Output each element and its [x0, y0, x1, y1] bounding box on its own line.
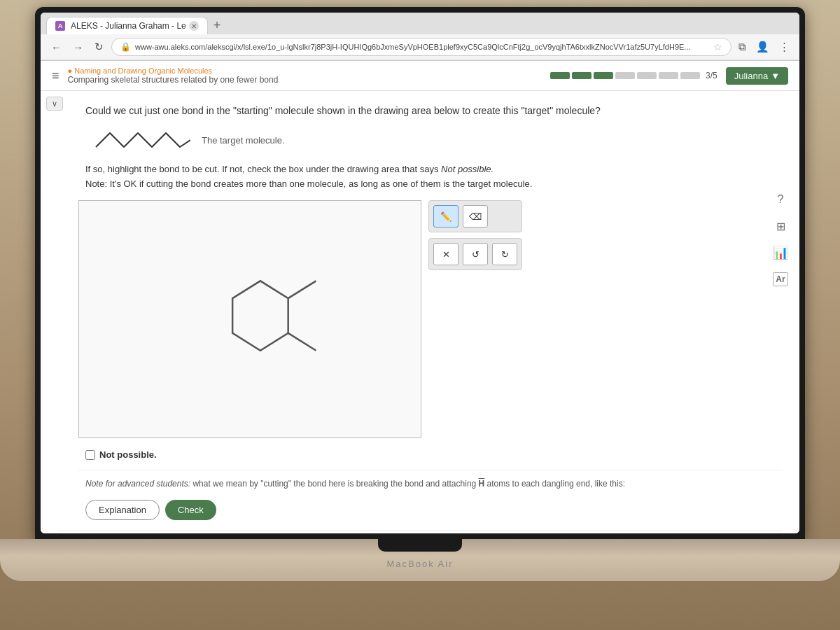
bottom-buttons: Explanation Check	[78, 500, 783, 520]
advanced-note-text: what we mean by "cutting" the bond here …	[192, 479, 625, 489]
progress-seg-4	[615, 72, 635, 79]
instruction-main: If so, highlight the bond to be cut. If …	[85, 164, 438, 174]
explanation-button[interactable]: Explanation	[85, 500, 160, 520]
tab-bar: A ALEKS - Julianna Graham - Le ✕ +	[41, 13, 799, 34]
profile-button[interactable]: 👤	[753, 39, 772, 55]
macbook-notch	[378, 539, 462, 552]
target-molecule-svg	[92, 126, 190, 154]
browser-chrome: A ALEKS - Julianna Graham - Le ✕ + ← → ↻…	[41, 13, 799, 61]
svg-marker-0	[232, 281, 288, 350]
progress-segments	[550, 72, 700, 79]
drawing-section: ✏️ ⌫ ✕	[78, 200, 783, 438]
hamburger-icon[interactable]: ≡	[52, 69, 59, 83]
header-subtitle: Comparing skeletal structures related by…	[68, 75, 542, 85]
extensions-button[interactable]: ⧉	[736, 39, 749, 55]
nav-bar: ← → ↻ 🔒 www-awu.aleks.com/alekscgi/x/lsl…	[41, 34, 799, 60]
new-tab-button[interactable]: +	[211, 18, 224, 33]
browser-actions: ⧉ 👤 ⋮	[736, 39, 792, 55]
drawing-tools: ✏️ ⌫ ✕	[428, 200, 522, 438]
macbook-label: MacBook Air	[387, 559, 454, 569]
url-text: www-awu.aleks.com/alekscgi/x/lsl.exe/1o_…	[135, 43, 709, 51]
undo-button[interactable]: ↺	[463, 243, 488, 265]
user-chevron-icon: ▼	[771, 71, 780, 81]
app-header: ≡ ● Naming and Drawing Organic Molecules…	[41, 61, 799, 91]
action-row: ✕ ↺ ↻	[428, 238, 522, 270]
molecule-canvas-svg	[79, 201, 421, 438]
ar-button[interactable]: Ar	[770, 269, 791, 290]
right-sidebar: ? ⊞ 📊 Ar	[770, 189, 791, 290]
instruction-text: If so, highlight the bond to be cut. If …	[78, 164, 783, 174]
target-molecule-label: The target molecule.	[202, 135, 285, 146]
header-info: ● Naming and Drawing Organic Molecules C…	[68, 66, 542, 85]
forward-button[interactable]: →	[69, 40, 87, 55]
user-menu-button[interactable]: Julianna ▼	[726, 67, 788, 85]
pencil-icon: ✏️	[440, 211, 451, 222]
not-possible-checkbox[interactable]	[85, 450, 95, 460]
progress-seg-7	[680, 72, 700, 79]
grid-button[interactable]: ⊞	[770, 216, 791, 237]
h-atom-label: H	[479, 479, 485, 489]
progress-label: 3/5	[706, 71, 718, 80]
reload-button[interactable]: ↻	[91, 39, 107, 55]
chart-icon: 📊	[773, 245, 788, 260]
active-tab[interactable]: A ALEKS - Julianna Graham - Le ✕	[46, 17, 208, 34]
tab-close-button[interactable]: ✕	[189, 21, 199, 31]
progress-seg-5	[637, 72, 657, 79]
eraser-tool-button[interactable]: ⌫	[463, 205, 488, 227]
svg-line-1	[288, 281, 316, 298]
redo-icon: ↻	[501, 249, 509, 260]
chart-button[interactable]: 📊	[770, 242, 791, 263]
app-content: ≡ ● Naming and Drawing Organic Molecules…	[41, 61, 799, 533]
macbook-base: MacBook Air	[0, 539, 840, 581]
tab-title: ALEKS - Julianna Graham - Le	[71, 21, 186, 31]
bookmark-icon[interactable]: ☆	[713, 41, 722, 52]
checkbox-area: Not possible.	[78, 449, 783, 460]
footer: © 2024 McGraw Hill LLC. All Rights Reser…	[57, 530, 783, 533]
main-content: ∨ Could we cut just one bond in the "sta…	[41, 91, 799, 533]
instruction-italic: Not possible.	[441, 164, 493, 174]
svg-line-2	[288, 333, 316, 351]
screen: A ALEKS - Julianna Graham - Le ✕ + ← → ↻…	[41, 13, 799, 533]
progress-container: 3/5	[550, 71, 718, 80]
check-button[interactable]: Check	[165, 500, 216, 520]
progress-seg-6	[659, 72, 678, 79]
collapse-button[interactable]: ∨	[46, 97, 63, 111]
grid-icon: ⊞	[776, 220, 785, 233]
laptop-frame: A ALEKS - Julianna Graham - Le ✕ + ← → ↻…	[0, 0, 840, 630]
screen-bezel: A ALEKS - Julianna Graham - Le ✕ + ← → ↻…	[35, 7, 805, 539]
undo-icon: ↺	[472, 249, 479, 260]
advanced-note-label: Note for advanced students:	[85, 479, 190, 489]
back-button[interactable]: ←	[48, 40, 65, 55]
user-name: Julianna	[734, 71, 768, 81]
tools-row-1: ✏️ ⌫	[428, 200, 522, 232]
favicon: A	[55, 21, 65, 31]
redo-button[interactable]: ↻	[492, 243, 517, 265]
pencil-tool-button[interactable]: ✏️	[433, 205, 458, 227]
help-icon: ?	[778, 193, 784, 206]
clear-button[interactable]: ✕	[433, 243, 458, 265]
advanced-note: Note for advanced students: what we mean…	[78, 470, 783, 489]
address-bar[interactable]: 🔒 www-awu.aleks.com/alekscgi/x/lsl.exe/1…	[111, 38, 732, 56]
drawing-canvas[interactable]	[78, 200, 421, 438]
x-icon: ✕	[442, 249, 450, 260]
progress-seg-2	[572, 72, 592, 79]
target-molecule-area: The target molecule.	[78, 126, 783, 154]
menu-button[interactable]: ⋮	[776, 39, 792, 55]
progress-seg-1	[550, 72, 570, 79]
question-text: Could we cut just one bond in the "start…	[78, 105, 783, 116]
not-possible-label[interactable]: Not possible.	[99, 449, 157, 460]
header-topic: ● Naming and Drawing Organic Molecules	[68, 66, 542, 75]
note-text: Note: It's OK if cutting the bond create…	[78, 178, 783, 189]
progress-seg-3	[594, 72, 613, 79]
ar-icon: Ar	[773, 272, 788, 286]
help-button[interactable]: ?	[770, 189, 791, 210]
eraser-icon: ⌫	[469, 211, 482, 222]
